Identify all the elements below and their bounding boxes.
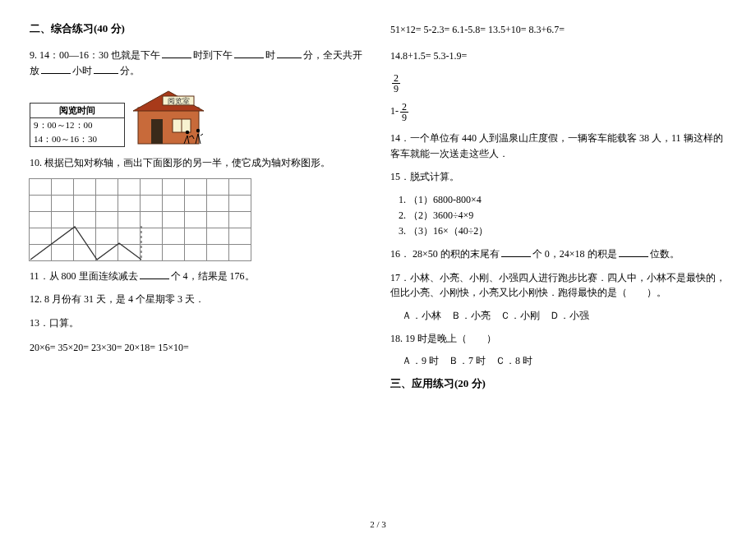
room-label: 阅览室 (168, 97, 190, 105)
q11-text-a: 11．从 800 里面连续减去 (30, 270, 138, 282)
blank (619, 246, 648, 257)
q15-list: （1）6800-800×4 （2）3600÷4×9 （3）16×（40÷2） (408, 193, 726, 238)
fraction-1: 29 (390, 73, 726, 94)
q16-text-c: 位数。 (650, 248, 680, 260)
q16-text-a: 16． 28×50 的积的末尾有 (390, 248, 500, 260)
question-16: 16． 28×50 的积的末尾有个 0，24×18 的积是位数。 (390, 246, 726, 262)
blank (162, 48, 191, 58)
calc-row-2b: 14.8+1.5= 5.3-1.9= (390, 48, 726, 66)
sign-board: 阅览时间 9：00～12：00 14：00～16：30 (30, 103, 125, 147)
frac-den: 9 (392, 84, 400, 94)
section-3-heading: 三、应用练习(20 分) (390, 376, 726, 391)
svg-point-7 (196, 129, 200, 132)
question-10: 10. 根据已知对称轴，画出下面图形的另一半，使它成为轴对称图形。 (30, 155, 366, 171)
house-icon: 阅览室 (127, 86, 217, 147)
triangle-shape-icon (30, 226, 260, 260)
question-18: 18. 19 时是晚上（ ） (390, 331, 726, 347)
question-14: 14．一个单位有 440 人到温泉山庄度假，一辆客车能载客 38 人，11 辆这… (390, 131, 726, 161)
q15-item-3: （3）16×（40÷2） (408, 224, 726, 238)
figure-symmetry-grid (30, 179, 366, 260)
page-number: 2 / 3 (0, 519, 756, 529)
question-12: 12. 8 月份有 31 天，是 4 个星期零 3 天． (30, 292, 366, 307)
calc-row-2a: 51×12= 5-2.3= 6.1-5.8= 13.5+10= 8.3+6.7= (390, 21, 726, 39)
blank (41, 63, 71, 74)
section-2-heading: 二、综合练习(40 分) (30, 21, 366, 36)
q17-choices: Ａ．小林 Ｂ．小亮 Ｃ．小刚 Ｄ．小强 (390, 309, 726, 323)
calc-row-1: 20×6= 35×20= 23×30= 20×18= 15×10= (30, 339, 366, 357)
question-11: 11．从 800 里面连续减去个 4，结果是 176。 (30, 269, 366, 284)
q9-text-f: 分。 (120, 65, 140, 76)
blank (140, 269, 169, 279)
fraction-2: 1-29 (390, 102, 726, 122)
q9-text-e: 小时 (72, 65, 92, 76)
question-17: 17．小林、小亮、小刚、小强四人进行跑步比赛．四人中，小林不是最快的，但比小亮、… (390, 270, 726, 301)
blank (277, 48, 302, 58)
sign-line-2: 14：00～16：30 (30, 132, 124, 146)
blank (94, 63, 118, 74)
q9-text-c: 时 (265, 49, 275, 61)
frac-den: 9 (400, 113, 408, 122)
q9-text-b: 时到下午 (193, 49, 233, 61)
q15-item-1: （1）6800-800×4 (408, 193, 726, 207)
sign-title: 阅览时间 (30, 104, 124, 118)
q16-text-b: 个 0，24×18 的积是 (532, 248, 617, 260)
q9-text-a: 9. 14：00—16：30 也就是下午 (30, 49, 160, 61)
svg-point-6 (186, 131, 189, 134)
svg-rect-3 (151, 119, 163, 144)
figure-reading-room: 阅览时间 9：00～12：00 14：00～16：30 阅览室 (30, 86, 366, 147)
q18-choices: Ａ．9 时 Ｂ．7 时 Ｃ．8 时 (390, 354, 726, 368)
blank (501, 246, 531, 257)
blank (234, 48, 264, 58)
frac2-prefix: 1- (390, 105, 399, 117)
q11-text-b: 个 4，结果是 176。 (171, 270, 255, 282)
sign-line-1: 9：00～12：00 (30, 118, 124, 132)
question-13: 13．口算。 (30, 315, 366, 331)
question-15: 15．脱式计算。 (390, 169, 726, 185)
question-9: 9. 14：00—16：30 也就是下午时到下午时分，全天共开放小时分。 (30, 48, 366, 78)
q15-item-2: （2）3600÷4×9 (408, 209, 726, 223)
